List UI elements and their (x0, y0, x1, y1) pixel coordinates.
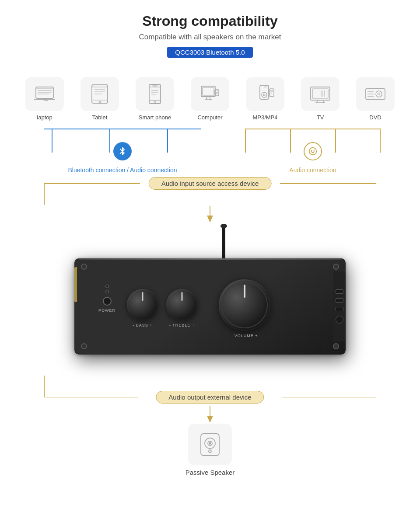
bass-knob[interactable] (127, 289, 158, 320)
audio-label: Audio connection (289, 167, 336, 174)
input-flow-section: Audio input source access device (18, 183, 402, 223)
dvd-label: DVD (369, 114, 381, 121)
speaker-icon-box (188, 424, 232, 465)
speaker-icon (198, 432, 222, 457)
passive-speaker: Passive Speaker (186, 424, 235, 476)
page-title: Strong compatibility (18, 13, 402, 29)
input-box-label: Audio input source access device (149, 177, 272, 190)
output-arrow (18, 406, 402, 424)
audio-connection: Audio connection (236, 129, 389, 174)
bluetooth-connection: Bluetooth connection / Audio connection (31, 129, 214, 174)
tablet-icon-box (80, 77, 119, 111)
audio-outlet-icon (304, 142, 322, 160)
svg-point-53 (309, 148, 317, 155)
right-ports (333, 271, 346, 341)
screw-tl (81, 264, 87, 270)
svg-point-49 (378, 93, 380, 95)
smartphone-label: Smart phone (139, 114, 171, 121)
svg-line-25 (210, 97, 210, 100)
volume-knob[interactable] (219, 279, 270, 331)
tablet-icon (88, 83, 111, 105)
svg-point-48 (376, 91, 382, 97)
dvd-icon-box (356, 77, 395, 111)
power-button[interactable] (103, 297, 112, 306)
amp-body: POWER - BASS + - TREBLE + - (74, 258, 346, 355)
svg-rect-23 (203, 87, 214, 95)
bluetooth-badge: QCC3003 Bluetooth 5.0 (167, 47, 252, 58)
device-laptop: laptop (21, 77, 68, 121)
speaker-section: Passive Speaker (18, 424, 402, 476)
laptop-icon-box (25, 77, 64, 111)
volume-label: - VOLUME + (214, 334, 275, 338)
screw-br (333, 343, 339, 349)
mp3-icon (254, 83, 276, 105)
mp3-label: MP3/MP4 (252, 114, 277, 121)
svg-rect-22 (201, 86, 215, 97)
laptop-icon (33, 83, 56, 105)
svg-point-32 (262, 92, 267, 97)
audio-lines (245, 129, 381, 153)
device-computer: Computer (186, 77, 234, 121)
svg-point-33 (263, 94, 265, 96)
svg-rect-40 (312, 89, 328, 98)
svg-marker-57 (207, 216, 213, 223)
device-tablet: Tablet (76, 77, 123, 121)
screw-bl (81, 343, 87, 349)
connection-section: Bluetooth connection / Audio connection (18, 129, 402, 174)
device-smartphone: Smart phone (131, 77, 178, 121)
page-subtitle: Compatible with all speakers on the mark… (18, 33, 402, 42)
output-frame: Audio output external device (44, 376, 376, 397)
svg-point-10 (99, 101, 101, 103)
power-label: POWER (98, 308, 116, 313)
power-area: POWER (98, 285, 116, 313)
bluetooth-label: Bluetooth connection / Audio connection (68, 167, 177, 174)
tv-label: TV (317, 114, 324, 121)
computer-label: Computer (197, 114, 222, 121)
output-box-label: Audio output external device (156, 391, 264, 404)
tv-icon (309, 83, 332, 105)
antenna-tip (220, 224, 227, 228)
device-tv: TV (297, 77, 344, 121)
speaker-label: Passive Speaker (186, 469, 235, 476)
dvd-icon (364, 83, 387, 105)
svg-marker-59 (207, 416, 213, 423)
svg-point-17 (154, 101, 156, 103)
badge-wrap: QCC3003 Bluetooth 5.0 (18, 47, 402, 67)
mp3-icon-box (246, 77, 284, 111)
devices-row: laptop Tablet (18, 77, 402, 121)
amplifier-device: POWER - BASS + - TREBLE + - (57, 223, 363, 368)
svg-line-24 (206, 97, 207, 100)
screw-tr (333, 264, 339, 270)
device-dvd: DVD (352, 77, 399, 121)
computer-icon-box (191, 77, 229, 111)
treble-knob[interactable] (166, 289, 198, 320)
svg-rect-35 (270, 89, 274, 97)
antenna (222, 224, 225, 261)
treble-label: - TREBLE + (162, 323, 202, 327)
tv-icon-box (301, 77, 340, 111)
page-wrapper: Strong compatibility Compatible with all… (0, 0, 420, 489)
bluetooth-icon (113, 142, 132, 160)
computer-icon (199, 83, 221, 105)
svg-rect-18 (153, 85, 157, 86)
input-arrow (18, 206, 402, 223)
svg-point-64 (209, 450, 211, 452)
input-frame: Audio input source access device (44, 183, 376, 205)
output-flow-section: Audio output external device (18, 376, 402, 476)
svg-point-63 (209, 442, 211, 444)
smartphone-icon (144, 83, 166, 105)
bt-lines (44, 129, 201, 153)
smartphone-icon-box (136, 77, 174, 111)
amplifier-section: POWER - BASS + - TREBLE + - (18, 223, 402, 368)
tablet-label: Tablet (92, 114, 108, 121)
device-mp3: MP3/MP4 (242, 77, 289, 121)
bass-label: - BASS + (123, 323, 162, 327)
laptop-label: laptop (37, 114, 52, 121)
